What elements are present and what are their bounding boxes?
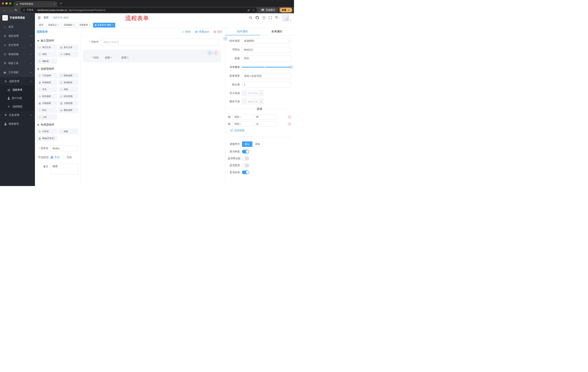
bookmark-star-icon[interactable]: ☆ bbox=[252, 8, 255, 12]
link-icon[interactable] bbox=[224, 37, 227, 40]
gender-option2-label[interactable]: 选项二 bbox=[121, 56, 129, 59]
sidebar-collapse-icon[interactable]: ☰ bbox=[38, 16, 41, 20]
sidebar-item-infrastructure[interactable]: 基础设施 bbox=[0, 50, 35, 59]
status-off-radio[interactable] bbox=[63, 156, 65, 159]
tag-home[interactable]: 首页 bbox=[37, 23, 45, 28]
gender-option1-label[interactable]: 选项一 bbox=[105, 56, 112, 59]
increase-button[interactable]: + bbox=[259, 99, 263, 104]
required-switch[interactable] bbox=[242, 170, 249, 174]
tag-process-definition[interactable]: 流程定义 bbox=[46, 23, 61, 28]
back-button[interactable]: ← bbox=[2, 8, 7, 12]
gender-option1-checkbox[interactable] bbox=[101, 56, 103, 59]
tag-process-form[interactable]: 流程表单 bbox=[77, 23, 92, 28]
gender-option2-checkbox[interactable] bbox=[117, 56, 120, 59]
style-default-button[interactable]: 默认 bbox=[242, 141, 252, 147]
tag-close-icon[interactable] bbox=[58, 24, 59, 26]
slider-handle[interactable] bbox=[290, 66, 292, 68]
browser-tab[interactable]: 芋道管理系统 × bbox=[14, 1, 57, 7]
tab-component-props[interactable]: 组件属性 bbox=[225, 28, 260, 35]
show-label-switch[interactable] bbox=[242, 150, 249, 153]
palette-item-radio-group[interactable]: 单选框组 bbox=[37, 80, 57, 85]
window-minimize-button[interactable] bbox=[5, 2, 8, 5]
tag-close-icon[interactable] bbox=[89, 24, 90, 26]
max-select-input[interactable] bbox=[247, 99, 259, 104]
remove-option-icon[interactable] bbox=[288, 116, 291, 119]
search-icon[interactable] bbox=[249, 16, 252, 19]
reload-button[interactable]: ↻ bbox=[13, 8, 19, 12]
title-input[interactable] bbox=[242, 55, 291, 61]
sidebar-item-task-management[interactable]: 任务管理 bbox=[0, 111, 35, 120]
palette-item-rate[interactable]: 评分 bbox=[37, 107, 57, 113]
view-json-button[interactable]: 查看json bbox=[195, 30, 209, 33]
drag-handle-icon[interactable] bbox=[228, 116, 231, 118]
canvas-field-phone[interactable]: 手机号 bbox=[83, 39, 225, 45]
sidebar-item-leave-query[interactable]: 请假查询 bbox=[0, 120, 35, 128]
form-grid-slider[interactable] bbox=[242, 64, 291, 70]
form-name-input[interactable] bbox=[51, 145, 78, 151]
palette-item-cascader[interactable]: 级联选择 bbox=[58, 73, 79, 78]
decrease-button[interactable]: − bbox=[242, 99, 247, 104]
decrease-button[interactable]: − bbox=[242, 91, 247, 96]
palette-item-row-container[interactable]: 行容器 bbox=[37, 129, 57, 134]
sidebar-item-workflow[interactable]: 工作流程 bbox=[0, 68, 35, 77]
tab-close-icon[interactable]: × bbox=[54, 3, 55, 5]
palette-item-select[interactable]: 下拉选择 bbox=[37, 73, 57, 78]
field-name-input[interactable] bbox=[242, 47, 291, 53]
security-label[interactable]: 不安全 bbox=[27, 8, 34, 12]
tag-process-model[interactable]: 流程模型 bbox=[62, 23, 76, 28]
palette-item-password[interactable]: 密码 bbox=[37, 52, 57, 57]
palette-item-textarea[interactable]: 多行文本 bbox=[58, 45, 79, 50]
palette-item-table[interactable]: 表格[开发中] bbox=[37, 136, 57, 141]
status-off-label[interactable]: 关闭 bbox=[67, 156, 72, 159]
window-close-button[interactable] bbox=[2, 2, 4, 5]
sidebar-item-user-group[interactable]: 用户分组 bbox=[0, 94, 35, 102]
clear-button[interactable]: 清空 bbox=[213, 30, 222, 33]
tag-process-form-edit[interactable]: 流程表单-编辑 bbox=[93, 23, 115, 28]
window-zoom-button[interactable] bbox=[9, 2, 11, 5]
app-logo[interactable]: 芋道管理系统 bbox=[0, 13, 35, 22]
palette-item-slider[interactable]: 滑块 bbox=[58, 87, 79, 92]
chevron-down-icon[interactable] bbox=[290, 19, 292, 21]
github-icon[interactable] bbox=[256, 16, 259, 19]
forward-button[interactable]: → bbox=[8, 8, 13, 12]
fullscreen-icon[interactable] bbox=[269, 16, 272, 19]
palette-item-checkbox-group[interactable]: 多选框组 bbox=[58, 80, 79, 85]
browser-menu-icon[interactable]: ⋮ bbox=[288, 9, 290, 11]
sidebar-item-payment-management[interactable]: 支付管理 bbox=[0, 41, 35, 50]
tab-form-props[interactable]: 表单属性 bbox=[260, 28, 294, 35]
sidebar-item-home[interactable]: 首页 bbox=[0, 22, 35, 32]
option-name-input[interactable] bbox=[232, 114, 253, 120]
copy-component-button[interactable] bbox=[208, 51, 212, 55]
canvas-field-gender-selected[interactable]: 性别 选项一 选项二 bbox=[83, 50, 221, 63]
palette-item-date-picker[interactable]: 日期选择 bbox=[37, 100, 57, 106]
palette-item-single-text[interactable]: 单行文本 bbox=[37, 45, 57, 50]
palette-item-date-range[interactable]: 日期范围 bbox=[58, 100, 79, 106]
increase-button[interactable]: + bbox=[259, 91, 263, 96]
status-on-radio[interactable] bbox=[51, 156, 53, 159]
font-size-icon[interactable] bbox=[275, 16, 278, 19]
new-tab-button[interactable]: + bbox=[59, 1, 63, 6]
palette-item-switch[interactable]: 开关 bbox=[37, 87, 57, 92]
palette-item-button[interactable]: 按钮 bbox=[58, 129, 79, 134]
sidebar-item-system-management[interactable]: 系统管理 bbox=[0, 32, 35, 41]
palette-item-counter[interactable]: 计数器 bbox=[58, 52, 79, 57]
sidebar-item-dev-tools[interactable]: 研发工具 bbox=[0, 59, 35, 68]
password-key-icon[interactable] bbox=[247, 9, 250, 11]
component-type-select[interactable] bbox=[242, 38, 291, 44]
palette-item-editor[interactable]: 编辑器 bbox=[37, 58, 57, 64]
default-value-input[interactable] bbox=[242, 82, 291, 87]
status-on-label[interactable]: 开启 bbox=[54, 156, 60, 159]
option-name-input[interactable] bbox=[232, 121, 253, 127]
option-value-input[interactable] bbox=[254, 121, 276, 127]
sidebar-item-process-model[interactable]: 流程模型 bbox=[0, 102, 35, 111]
drag-handle-icon[interactable] bbox=[228, 123, 231, 125]
form-canvas[interactable]: 手机号 bbox=[81, 36, 225, 186]
phone-input[interactable] bbox=[101, 39, 219, 45]
tag-close-icon[interactable] bbox=[112, 24, 113, 26]
breadcrumb-home[interactable]: 首页 bbox=[43, 16, 49, 19]
label-width-input[interactable] bbox=[242, 73, 291, 79]
palette-item-upload[interactable]: 上传 bbox=[37, 114, 57, 120]
option-value-input[interactable] bbox=[254, 114, 276, 120]
with-border-switch[interactable] bbox=[242, 157, 249, 160]
help-icon[interactable]: ? bbox=[262, 16, 265, 19]
